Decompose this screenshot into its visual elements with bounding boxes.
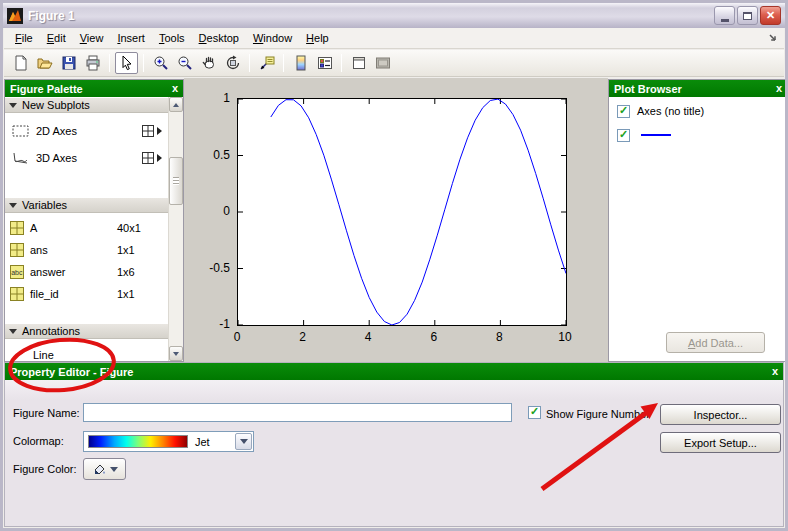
subplot-grid-icon[interactable]: [142, 125, 154, 137]
scrollbar-thumb[interactable]: [169, 157, 183, 205]
zoom-out-button[interactable]: [173, 52, 196, 74]
hide-plot-tools-button[interactable]: [347, 52, 370, 74]
palette-item-label: 3D Axes: [36, 152, 77, 164]
palette-item-label: 2D Axes: [36, 125, 77, 137]
chevron-down-icon: [240, 439, 248, 444]
matrix-variable-icon: [10, 221, 24, 235]
new-document-button[interactable]: [9, 52, 32, 74]
show-figure-number-checkbox[interactable]: [528, 406, 541, 419]
figure-color-label: Figure Color:: [13, 463, 77, 475]
menu-insert[interactable]: Insert: [110, 29, 152, 47]
section-annotations[interactable]: Annotations: [5, 323, 168, 339]
section-variables[interactable]: Variables: [5, 197, 168, 213]
menu-bar: File Edit View Insert Tools Desktop Wind…: [4, 28, 784, 49]
title-bar[interactable]: Figure 1 ✕: [3, 3, 785, 28]
scroll-up-icon: [173, 103, 179, 107]
show-plot-tools-button[interactable]: [371, 52, 394, 74]
palette-item-label: Line: [33, 349, 54, 361]
sine-curve-plot: [238, 99, 566, 325]
variable-row-file-id[interactable]: file_id 1x1: [5, 283, 168, 305]
property-editor-close-icon[interactable]: x: [772, 366, 778, 377]
palette-item-2d-axes[interactable]: 2D Axes: [5, 119, 168, 143]
variable-row-answer[interactable]: abc answer 1x6: [5, 261, 168, 283]
variable-name: ans: [30, 244, 48, 256]
figure-color-button[interactable]: [83, 458, 126, 480]
paint-bucket-icon: [92, 462, 106, 476]
palette-scrollbar[interactable]: [168, 97, 183, 361]
expand-arrow-icon[interactable]: [157, 127, 162, 135]
minimize-button[interactable]: [714, 6, 735, 25]
palette-item-3d-axes[interactable]: 3D Axes: [5, 146, 168, 170]
scroll-up-button[interactable]: [169, 97, 183, 112]
line-swatch: [641, 134, 671, 136]
menu-window[interactable]: Window: [246, 29, 299, 47]
variable-name: file_id: [30, 288, 59, 300]
toolbar-separator: [143, 54, 144, 72]
matlab-logo-icon: [7, 8, 23, 24]
minimize-icon: [721, 19, 729, 22]
data-cursor-button[interactable]: [255, 52, 278, 74]
browser-item-axes[interactable]: Axes (no title): [609, 101, 787, 121]
pan-hand-icon: [201, 55, 217, 71]
figure-name-input[interactable]: [83, 403, 512, 422]
plot-axes[interactable]: [237, 98, 567, 326]
show-figure-number-label: Show Figure Number: [546, 408, 650, 420]
property-editor-title: Property Editor - Figure: [10, 366, 133, 378]
plot-browser-panel: Plot Browser x Axes (no title) Add Data.…: [608, 79, 788, 362]
menu-edit[interactable]: Edit: [40, 29, 73, 47]
zoom-in-button[interactable]: [149, 52, 172, 74]
menu-help[interactable]: Help: [299, 29, 336, 47]
variable-dims: 1x1: [117, 288, 135, 300]
new-document-icon: [13, 55, 29, 71]
expand-arrow-icon[interactable]: [157, 154, 162, 162]
toolbar-separator: [249, 54, 250, 72]
plot-browser-close-icon[interactable]: x: [776, 83, 782, 94]
figure-palette-header[interactable]: Figure Palette x: [5, 80, 183, 97]
scroll-down-button[interactable]: [169, 346, 183, 361]
colormap-dropdown-button[interactable]: [235, 433, 252, 450]
line-visibility-checkbox[interactable]: [617, 129, 630, 142]
variable-dims: 1x6: [117, 266, 135, 278]
jet-colormap-swatch: [88, 435, 188, 448]
inspector-button[interactable]: Inspector...: [660, 404, 781, 425]
y-tick-label: 0: [223, 204, 230, 218]
section-new-subplots[interactable]: New Subplots: [5, 97, 168, 113]
show-plot-tools-icon: [375, 55, 391, 71]
save-button[interactable]: [57, 52, 80, 74]
close-button[interactable]: ✕: [760, 6, 781, 25]
insert-colorbar-icon: [293, 55, 309, 71]
export-setup-button[interactable]: Export Setup...: [660, 432, 781, 453]
menu-desktop[interactable]: Desktop: [192, 29, 246, 47]
collapse-triangle-icon: [9, 203, 17, 208]
browser-item-line[interactable]: [609, 125, 787, 145]
print-button[interactable]: [81, 52, 104, 74]
menu-overflow-arrow-icon[interactable]: [768, 33, 778, 43]
open-file-button[interactable]: [33, 52, 56, 74]
plot-browser-header[interactable]: Plot Browser x: [609, 80, 787, 97]
toolbar-separator: [341, 54, 342, 72]
colormap-dropdown[interactable]: Jet: [83, 431, 254, 452]
zoom-in-icon: [153, 55, 169, 71]
maximize-button[interactable]: [737, 6, 758, 25]
edit-plot-arrow-button[interactable]: [115, 52, 138, 74]
rotate-3d-button[interactable]: [221, 52, 244, 74]
axes-visibility-checkbox[interactable]: [617, 105, 630, 118]
property-editor-header[interactable]: Property Editor - Figure x: [5, 363, 783, 380]
figure-palette-close-icon[interactable]: x: [172, 83, 178, 94]
subplot-grid-icon[interactable]: [142, 152, 154, 164]
insert-legend-button[interactable]: [313, 52, 336, 74]
variable-row-ans[interactable]: ans 1x1: [5, 239, 168, 261]
pan-hand-button[interactable]: [197, 52, 220, 74]
menu-file[interactable]: File: [8, 29, 40, 47]
figure-name-label: Figure Name:: [13, 407, 80, 419]
variable-row-A[interactable]: A 40x1: [5, 217, 168, 239]
menu-tools[interactable]: Tools: [152, 29, 192, 47]
menu-view[interactable]: View: [73, 29, 111, 47]
figure-canvas[interactable]: 0246810-1-0.500.51: [184, 78, 608, 362]
add-data-button[interactable]: Add Data...: [666, 332, 765, 353]
y-tick-label: 0.5: [213, 148, 230, 162]
insert-colorbar-button[interactable]: [289, 52, 312, 74]
line-annotation-icon: [11, 349, 27, 361]
palette-item-line[interactable]: Line: [5, 343, 168, 361]
print-icon: [85, 55, 101, 71]
